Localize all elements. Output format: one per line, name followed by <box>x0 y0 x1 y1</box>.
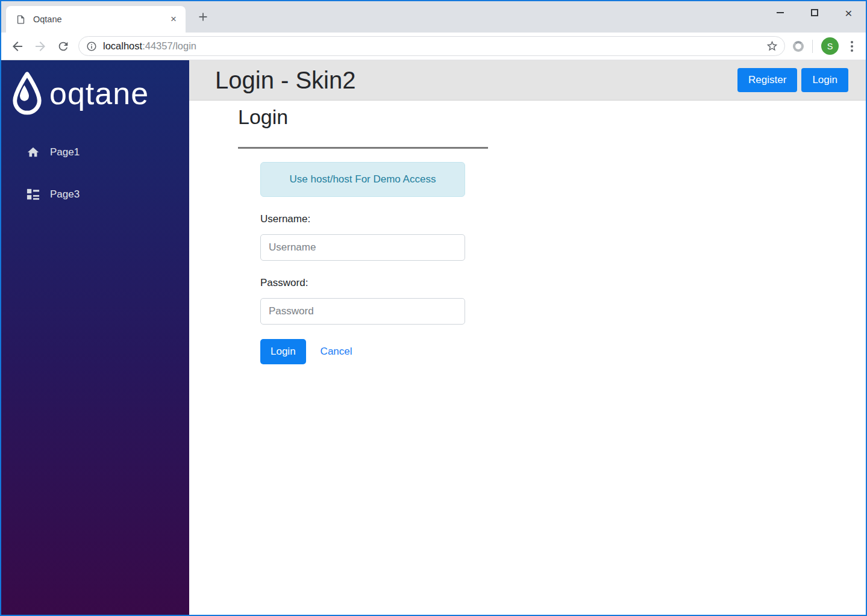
sidebar: oqtane Page1 Page3 <box>1 60 189 615</box>
back-icon <box>10 39 25 54</box>
form-actions: Login Cancel <box>260 339 465 364</box>
home-icon <box>27 146 40 159</box>
logo-text: oqtane <box>49 75 149 111</box>
heading-divider <box>238 147 488 149</box>
header-login-button[interactable]: Login <box>801 68 848 92</box>
sidebar-nav: Page1 Page3 <box>11 142 189 205</box>
tab-close-icon[interactable]: × <box>166 12 181 26</box>
oqtane-logo: oqtane <box>11 69 189 118</box>
back-button[interactable] <box>6 35 29 58</box>
toolbar-divider <box>812 40 813 53</box>
password-input[interactable] <box>260 298 465 325</box>
page-title: Login - Skin2 <box>215 67 733 94</box>
sidebar-item-page1[interactable]: Page1 <box>11 142 189 163</box>
maximize-icon <box>811 9 818 16</box>
avatar-letter: S <box>827 42 833 51</box>
reload-button[interactable] <box>52 35 75 58</box>
list-icon <box>27 188 40 201</box>
forward-button[interactable] <box>29 35 52 58</box>
droplet-icon <box>11 70 43 117</box>
username-input[interactable] <box>260 234 465 261</box>
url-host: localhost <box>103 40 142 51</box>
close-icon: × <box>845 7 852 19</box>
login-form: Use host/host For Demo Access Username: … <box>260 162 465 364</box>
tab-title: Oqtane <box>33 14 166 24</box>
minimize-button[interactable] <box>763 1 797 24</box>
close-window-button[interactable]: × <box>831 1 866 24</box>
register-button[interactable]: Register <box>737 68 797 92</box>
url-path: :44357/login <box>142 40 196 51</box>
sidebar-item-page3[interactable]: Page3 <box>11 184 189 205</box>
browser-toolbar: localhost:44357/login S <box>1 33 866 60</box>
url-text: localhost:44357/login <box>103 40 766 52</box>
address-bar[interactable]: localhost:44357/login <box>78 36 785 56</box>
kebab-menu-icon <box>851 41 853 52</box>
document-icon <box>16 14 26 25</box>
login-submit-button[interactable]: Login <box>260 339 306 364</box>
info-icon[interactable] <box>86 41 97 52</box>
reload-icon <box>57 40 70 53</box>
browser-tab[interactable]: Oqtane × <box>6 6 186 33</box>
module-heading: Login <box>238 105 866 129</box>
extension-icon <box>793 41 804 52</box>
browser-menu-button[interactable] <box>843 35 861 58</box>
demo-access-alert: Use host/host For Demo Access <box>260 162 465 197</box>
username-label: Username: <box>260 213 465 225</box>
extension-button[interactable] <box>789 35 808 58</box>
main-area: oqtane Page1 Page3 <box>1 60 866 615</box>
forward-icon <box>33 39 48 54</box>
cancel-link[interactable]: Cancel <box>321 346 352 358</box>
bookmark-star-icon[interactable] <box>766 40 778 52</box>
window-controls: × <box>763 1 866 24</box>
password-label: Password: <box>260 277 465 289</box>
tab-strip: Oqtane × × <box>1 1 866 33</box>
login-module: Login Use host/host For Demo Access User… <box>189 101 866 364</box>
browser-window: Oqtane × × localhost:44357/login <box>0 0 867 616</box>
new-tab-button[interactable] <box>194 8 212 26</box>
minimize-icon <box>777 12 784 13</box>
page-header: Login - Skin2 Register Login <box>189 60 866 101</box>
profile-avatar[interactable]: S <box>821 37 839 55</box>
maximize-button[interactable] <box>797 1 831 24</box>
sidebar-item-label: Page1 <box>50 146 80 158</box>
sidebar-item-label: Page3 <box>50 188 80 201</box>
content-pane: Login - Skin2 Register Login Login Use h… <box>189 60 866 615</box>
